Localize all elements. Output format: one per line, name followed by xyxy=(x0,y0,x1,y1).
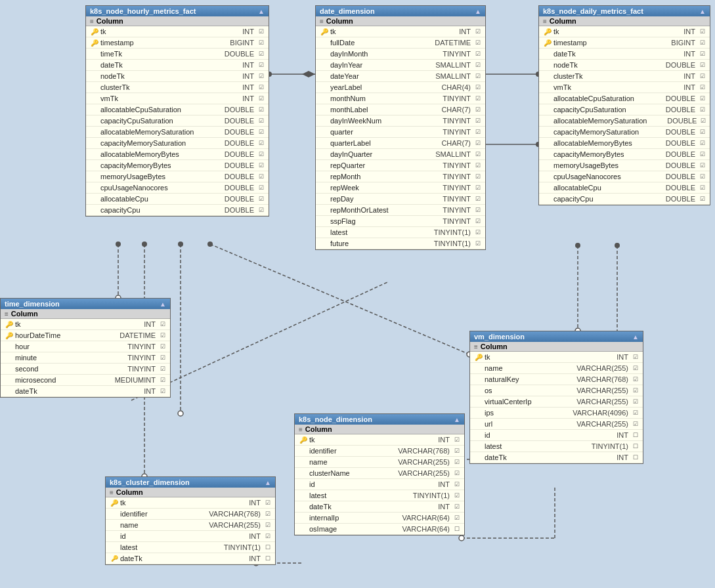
table-row: urlVARCHAR(255)☑ xyxy=(470,419,643,430)
collapse-icon-cluster[interactable]: ▲ xyxy=(265,479,271,486)
table-row: dateTkINT☐ xyxy=(470,452,643,463)
pk-icon: 🔑 xyxy=(110,499,118,507)
table-row: nodeTkDOUBLE☑ xyxy=(539,60,710,71)
svg-marker-2 xyxy=(302,71,315,77)
table-row: nameVARCHAR(255)☑ xyxy=(470,363,643,374)
collapse-icon-time[interactable]: ▲ xyxy=(160,301,166,308)
table-time-dimension: time_dimension ▲ ≡ Column 🔑 tk INT ☑ 🔑 h… xyxy=(0,298,171,398)
table-row: allocatableCpuDOUBLE☑ xyxy=(86,194,269,205)
table-row: futureTINYINT(1)☑ xyxy=(316,238,485,249)
col-header-daily: ≡ Column xyxy=(539,16,710,26)
table-k8s-node-dimension: k8s_node_dimension ▲ ≡ Column 🔑 tk INT ☑… xyxy=(294,413,465,536)
table-row: identifierVARCHAR(768)☑ xyxy=(295,446,464,457)
table-title-node: k8s_node_dimension xyxy=(299,415,372,423)
pk-icon: 🔑 xyxy=(91,28,98,35)
table-row: allocatableMemoryBytesDOUBLE☑ xyxy=(539,138,710,149)
table-row: cpuUsageNanocoresDOUBLE☑ xyxy=(539,171,710,182)
table-row: allocatableMemoryBytesDOUBLE☑ xyxy=(86,149,269,160)
table-row: memoryUsageBytesDOUBLE☑ xyxy=(539,160,710,171)
table-row: idINT☑ xyxy=(106,531,275,542)
table-row: allocatableMemorySaturationDOUBLE☑ xyxy=(539,116,710,127)
col-header-date: ≡ Column xyxy=(316,16,485,26)
table-row: latestTINYINT(1)☑ xyxy=(295,490,464,501)
table-row: capacityMemorySaturationDOUBLE☑ xyxy=(86,138,269,149)
table-row: allocatableMemorySaturationDOUBLE☑ xyxy=(86,127,269,138)
table-row: dayInQuarterSMALLINT☑ xyxy=(316,149,485,160)
collapse-icon-hourly[interactable]: ▲ xyxy=(258,8,265,15)
table-row: repQuarterTINYINT☑ xyxy=(316,160,485,171)
pk-icon: 🔑 xyxy=(299,436,307,444)
table-title-hourly: k8s_node_hourly_metrics_fact xyxy=(90,7,196,15)
table-k8s-node-daily-metrics-fact: k8s_node_daily_metrics_fact ▲ ≡ Column 🔑… xyxy=(538,5,710,205)
table-row: internalIpVARCHAR(64)☑ xyxy=(295,513,464,524)
collapse-icon-node[interactable]: ▲ xyxy=(454,416,460,423)
table-row: clusterNameVARCHAR(255)☑ xyxy=(295,468,464,479)
table-row: vmTkINT☑ xyxy=(86,93,269,104)
table-row: memoryUsageBytesDOUBLE☑ xyxy=(86,171,269,182)
table-row: capacityCpuDOUBLE☑ xyxy=(86,205,269,216)
collapse-icon-date[interactable]: ▲ xyxy=(475,8,481,15)
table-row: idINT☐ xyxy=(470,430,643,441)
table-row: hourTINYINT☑ xyxy=(1,341,170,352)
table-row: allocatableCpuSaturationDOUBLE☑ xyxy=(86,104,269,116)
table-row: nameVARCHAR(255)☑ xyxy=(106,520,275,531)
table-header-hourly[interactable]: k8s_node_hourly_metrics_fact ▲ xyxy=(86,6,269,16)
pk-icon: 🔑 xyxy=(320,28,328,35)
table-header-vm[interactable]: vm_dimension ▲ xyxy=(470,331,643,342)
table-row: ipsVARCHAR(4096)☑ xyxy=(470,408,643,419)
table-row: 🔑 tk INT ☑ xyxy=(316,26,485,37)
table-row: capacityMemoryBytesDOUBLE☑ xyxy=(86,160,269,171)
table-vm-dimension: vm_dimension ▲ ≡ Column 🔑 tk INT ☑ nameV… xyxy=(469,331,643,464)
table-row: dayInYearSMALLINT☑ xyxy=(316,60,485,71)
table-date-dimension: date_dimension ▲ ≡ Column 🔑 tk INT ☑ ful… xyxy=(315,5,486,250)
table-row: virtualCenterIpVARCHAR(255)☑ xyxy=(470,396,643,408)
col-header-hourly: ≡ Column xyxy=(86,16,269,26)
table-header-daily[interactable]: k8s_node_daily_metrics_fact ▲ xyxy=(539,6,710,16)
svg-line-17 xyxy=(210,244,469,354)
table-row: repMonthTINYINT☑ xyxy=(316,171,485,182)
col-header-time: ≡ Column xyxy=(1,309,170,319)
table-row: cpuUsageNanocoresDOUBLE☑ xyxy=(86,182,269,194)
table-title-vm: vm_dimension xyxy=(474,333,525,341)
table-row: capacityCpuSaturationDOUBLE☑ xyxy=(539,104,710,116)
table-k8s-cluster-dimension: k8s_cluster_dimension ▲ ≡ Column 🔑 tk IN… xyxy=(105,476,276,565)
table-row: nodeTkINT☑ xyxy=(86,71,269,82)
table-row: latestTINYINT(1)☐ xyxy=(470,441,643,452)
table-header-date[interactable]: date_dimension ▲ xyxy=(316,6,485,16)
table-row: naturalKeyVARCHAR(768)☑ xyxy=(470,374,643,385)
table-row: dayInMonthTINYINT☑ xyxy=(316,49,485,60)
table-row: osVARCHAR(255)☑ xyxy=(470,385,643,396)
table-row: allocatableCpuDOUBLE☑ xyxy=(539,182,710,194)
table-row: osImageVARCHAR(64)☐ xyxy=(295,524,464,535)
table-row: sspFlagTINYINT☑ xyxy=(316,216,485,227)
svg-point-25 xyxy=(615,243,620,248)
table-row: monthLabelCHAR(7)☑ xyxy=(316,104,485,116)
pk-icon: 🔑 xyxy=(544,39,552,47)
table-row: identifierVARCHAR(768)☑ xyxy=(106,509,275,520)
pk-icon: 🔑 xyxy=(5,321,13,328)
table-row: microsecondMEDIUMINT☑ xyxy=(1,375,170,386)
table-header-node[interactable]: k8s_node_dimension ▲ xyxy=(295,414,464,425)
table-row: nameVARCHAR(255)☑ xyxy=(295,457,464,468)
table-row: timeTkDOUBLE☑ xyxy=(86,49,269,60)
table-row: 🔑 tk INT ☑ xyxy=(1,319,170,330)
collapse-icon-daily[interactable]: ▲ xyxy=(699,8,706,15)
table-row: quarterTINYINT☑ xyxy=(316,127,485,138)
pk-icon: 🔑 xyxy=(91,39,98,47)
table-header-time[interactable]: time_dimension ▲ xyxy=(1,299,170,309)
diagram-canvas: k8s_node_hourly_metrics_fact ▲ ≡ Column … xyxy=(0,0,715,588)
collapse-icon-vm[interactable]: ▲ xyxy=(632,333,639,341)
table-row: capacityCpuSaturationDOUBLE☑ xyxy=(86,116,269,127)
table-row: secondTINYINT☑ xyxy=(1,364,170,375)
svg-point-18 xyxy=(207,242,213,247)
table-row: 🔑 tk INT ☑ xyxy=(106,497,275,509)
table-row: minuteTINYINT☑ xyxy=(1,352,170,364)
svg-point-31 xyxy=(459,536,464,541)
svg-point-15 xyxy=(178,242,183,247)
table-row: 🔑 hourDateTime DATETIME ☑ xyxy=(1,330,170,341)
table-row: quarterLabelCHAR(7)☑ xyxy=(316,138,485,149)
table-header-cluster[interactable]: k8s_cluster_dimension ▲ xyxy=(106,477,275,488)
table-row: capacityMemorySaturationDOUBLE☑ xyxy=(539,127,710,138)
table-row: capacityCpuDOUBLE☑ xyxy=(539,194,710,205)
table-row: latestTINYINT(1)☑ xyxy=(316,227,485,238)
